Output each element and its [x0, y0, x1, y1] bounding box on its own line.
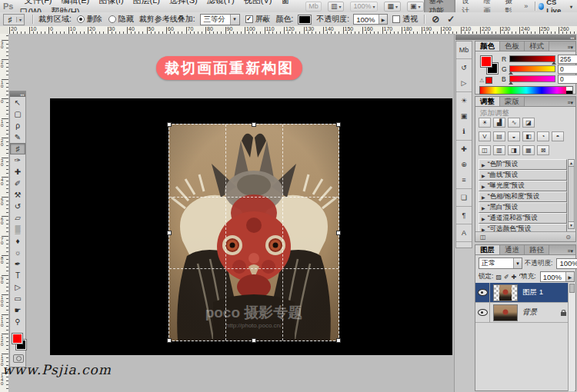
menu-item-1[interactable]: 编辑(E) — [57, 0, 95, 5]
expander-icon[interactable]: ▶ — [482, 194, 485, 200]
layer-name[interactable]: 图层 1 — [522, 287, 543, 297]
workspace-overflow-button[interactable]: » — [520, 2, 532, 10]
arrange-documents-icon[interactable]: ▦▾ — [384, 2, 401, 12]
tab-色板[interactable]: 色板 — [500, 42, 525, 51]
preset-row-3[interactable]: ▶“色相/饱和度”预设 — [479, 191, 567, 202]
eye-icon[interactable] — [478, 309, 488, 316]
layer-thumbnail[interactable] — [493, 284, 518, 301]
layer-row-1[interactable]: 背景 — [475, 303, 571, 323]
layer-comps-panel-icon[interactable]: ≡ — [456, 172, 472, 188]
blur-tool[interactable]: ♦ — [10, 235, 25, 247]
layers-scrollbar[interactable] — [568, 283, 575, 391]
tab-颜色[interactable]: 颜色 — [475, 42, 500, 51]
eraser-tool[interactable]: ▱ — [10, 212, 25, 224]
checkbox-checked-icon[interactable]: ✓ — [245, 15, 253, 23]
chevron-down-icon[interactable]: ▼ — [230, 15, 239, 25]
web-color-swatch-icon[interactable] — [485, 77, 492, 84]
fill-field[interactable]: 100% ▶ — [540, 271, 575, 282]
selective-color-icon[interactable]: ⊠ — [537, 145, 549, 155]
adjustments-panel-menu-icon[interactable]: ≡▾ — [565, 100, 575, 106]
radio-hide[interactable]: 隐藏 — [108, 14, 134, 25]
lock-pixels-icon[interactable]: ✐ — [504, 274, 509, 281]
visibility-toggle-icon[interactable]: ⊙ — [565, 234, 571, 241]
expander-icon[interactable]: ▶ — [482, 173, 485, 178]
blend-mode-select[interactable]: 正常 ▼ — [479, 257, 522, 269]
fill-value[interactable]: 100% — [541, 273, 565, 281]
spinner-icon[interactable]: ▶ — [379, 15, 387, 24]
expander-icon[interactable]: ▶ — [482, 184, 485, 189]
cancel-crop-button[interactable]: ⊘ — [432, 14, 439, 25]
crop-marquee[interactable] — [168, 124, 339, 341]
checkbox-empty-icon[interactable] — [392, 15, 400, 23]
preset-row-4[interactable]: ▶“黑白”预设 — [479, 202, 567, 213]
marquee-tool[interactable]: ▢ — [10, 108, 25, 120]
expanded-view-icon[interactable]: ◫ — [480, 234, 486, 241]
commit-crop-button[interactable]: ✓ — [447, 14, 455, 25]
channel-slider-G[interactable] — [509, 65, 555, 72]
screen-mode-icon[interactable]: ▣▾ — [407, 2, 424, 12]
channel-value-R[interactable]: 255 — [558, 55, 577, 64]
dock-header[interactable]: ◂◂ — [455, 35, 576, 40]
vibrance-icon[interactable]: V — [479, 131, 491, 141]
brightness-contrast-icon[interactable]: ☀ — [479, 118, 491, 128]
black-white-icon[interactable]: ◧ — [522, 131, 535, 141]
preset-row-5[interactable]: ▶“通道混和器”预设 — [479, 213, 567, 224]
layer-row-0[interactable]: 图层 1 — [475, 283, 571, 303]
expander-icon[interactable]: ▶ — [482, 216, 485, 221]
tool-presets-panel-icon[interactable]: ✚ — [456, 141, 472, 157]
black-shortcut-swatch[interactable] — [566, 91, 572, 95]
eye-icon[interactable] — [478, 289, 488, 296]
character-panel-icon[interactable]: A — [456, 225, 472, 241]
radio-dot-icon[interactable] — [77, 15, 85, 23]
menu-item-0[interactable]: 文件(F) — [19, 0, 56, 5]
view-extras-icon[interactable]: ▥▾ — [328, 2, 345, 12]
gradient-map-icon[interactable]: ▦ — [522, 145, 535, 155]
color-panel-menu-icon[interactable]: ≡▾ — [565, 45, 575, 51]
adjustments-panel-icon[interactable]: ☀ — [456, 93, 472, 108]
layer-opacity-field[interactable]: 100% ▶ — [556, 258, 577, 269]
expander-icon[interactable]: ▶ — [482, 162, 485, 168]
shield-checkbox[interactable]: ✓ 屏蔽 — [245, 14, 271, 25]
masks-panel-icon[interactable]: ▣ — [456, 108, 472, 124]
expander-icon[interactable]: ▶ — [482, 205, 485, 211]
mini-bridge-panel-icon[interactable]: Mb — [456, 42, 472, 58]
lasso-tool[interactable]: ρ — [10, 120, 25, 131]
hand-tool[interactable]: ☛ — [10, 304, 25, 316]
tab-调整[interactable]: 调整 — [475, 97, 500, 106]
quick-select-tool[interactable]: ✎ — [10, 131, 25, 143]
tab-蒙版[interactable]: 蒙版 — [500, 97, 525, 106]
crop-handle-middle-left[interactable] — [167, 231, 172, 235]
styles-panel-icon[interactable]: ❏ — [456, 190, 472, 205]
layer-opacity-value[interactable]: 100% — [557, 259, 577, 267]
posterize-icon[interactable]: ▥ — [493, 145, 505, 155]
scroll-up-icon[interactable]: ▲ — [569, 160, 574, 167]
mini-bridge-icon[interactable]: Mb — [305, 2, 322, 12]
exposure-icon[interactable]: ◪ — [522, 118, 535, 128]
opacity-value[interactable]: 100% — [354, 15, 379, 24]
clone-stamp-tool[interactable]: ⚒ — [10, 189, 25, 201]
crop-handle-top-middle[interactable] — [252, 122, 256, 127]
shape-tool[interactable]: ▭ — [10, 293, 25, 304]
move-tool[interactable]: ↖ — [10, 97, 25, 108]
photo-filter-icon[interactable]: ◔ — [537, 131, 549, 141]
layers-panel-menu-icon[interactable]: ≡▾ — [565, 248, 575, 254]
presets-scrollbar[interactable]: ▲ ▼ — [568, 159, 575, 229]
hue-saturation-icon[interactable]: ▤ — [493, 131, 505, 141]
paragraph-panel-icon[interactable]: ¶ — [456, 208, 472, 223]
crop-handle-top-right[interactable] — [336, 122, 341, 127]
menu-item-4[interactable]: 选择(S) — [165, 0, 202, 5]
tool-preset-picker[interactable]: ♯ ▾ — [3, 14, 25, 25]
tab-图层[interactable]: 图层 — [475, 245, 500, 254]
actions-panel-icon[interactable]: ▷ — [456, 75, 472, 91]
lock-position-icon[interactable]: ✚ — [512, 274, 517, 281]
foreground-color-swatch[interactable] — [480, 55, 492, 68]
gradient-tool[interactable]: ▒ — [10, 224, 25, 235]
visibility-toggle[interactable] — [475, 303, 490, 322]
channel-mixer-icon[interactable]: ◓ — [552, 131, 564, 141]
pen-tool[interactable]: ✒ — [10, 258, 25, 270]
menu-item-5[interactable]: 滤镜(T) — [202, 0, 239, 5]
opacity-field[interactable]: 100% ▶ — [353, 14, 388, 25]
preset-row-0[interactable]: ▶“色阶”预设 — [479, 159, 567, 170]
visibility-toggle[interactable] — [475, 283, 490, 302]
curves-icon[interactable]: ∿ — [508, 118, 520, 128]
